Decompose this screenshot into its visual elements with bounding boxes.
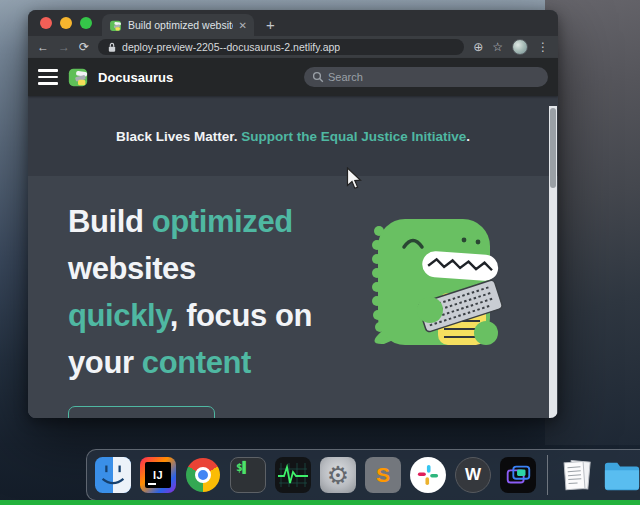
page-scrollbar[interactable] [549, 106, 557, 418]
zoom-window-button[interactable] [80, 17, 92, 29]
hero-title-segment: , focus on [170, 298, 312, 333]
site-title[interactable]: Docusaurus [98, 70, 173, 85]
docusaurus-favicon [109, 19, 122, 32]
profile-avatar[interactable] [512, 39, 528, 55]
tab-title: Build optimized websites quick [128, 19, 233, 31]
forward-icon: → [58, 41, 70, 53]
announcement-suffix: . [466, 129, 470, 144]
dock-icon-chrome[interactable] [184, 456, 222, 494]
close-window-button[interactable] [40, 17, 52, 29]
docusaurus-mascot-illustration [364, 212, 506, 350]
dock-icon-system-preferences[interactable]: ⚙ [319, 456, 357, 494]
dock-icon-downloads-folder[interactable] [603, 456, 640, 494]
mouse-cursor [346, 167, 362, 191]
bookmark-star-icon[interactable]: ☆ [492, 40, 503, 54]
window-controls [28, 10, 102, 36]
hero-title-segment: Build [68, 204, 152, 239]
wallpaper-cliff [545, 0, 640, 445]
hero-title-segment: your [68, 345, 142, 380]
dock: IJ$▌⚙SW [86, 449, 640, 501]
browser-toolbar: ← → ⟳ deploy-preview-2205--docusaurus-2.… [28, 36, 558, 58]
new-tab-button[interactable]: + [266, 16, 275, 33]
back-icon[interactable]: ← [37, 41, 49, 53]
address-bar[interactable]: deploy-preview-2205--docusaurus-2.netlif… [98, 39, 464, 55]
dock-icon-intellij-idea[interactable]: IJ [139, 456, 177, 494]
reload-icon[interactable]: ⟳ [79, 41, 89, 53]
browser-window: Build optimized websites quick ✕ + ← → ⟳… [28, 10, 558, 418]
hero-title-segment: content [142, 345, 251, 380]
desktop: Build optimized websites quick ✕ + ← → ⟳… [0, 0, 640, 505]
announcement-text: Black Lives Matter. [116, 129, 241, 144]
dock-icon-activity-monitor[interactable] [274, 456, 312, 494]
search-icon [312, 71, 324, 83]
get-started-button[interactable] [68, 406, 215, 418]
hero-title-segment: websites [68, 251, 196, 286]
hero-title-segment: quickly [68, 298, 170, 333]
url-text: deploy-preview-2205--docusaurus-2.netlif… [122, 41, 340, 53]
search-input[interactable] [304, 67, 548, 87]
page-content: Docusaurus Black Lives Matter. Support t… [28, 58, 558, 418]
dock-icon-slack[interactable] [409, 456, 447, 494]
site-navbar: Docusaurus [28, 58, 558, 96]
scrollbar-thumb[interactable] [550, 108, 556, 188]
announcement-link[interactable]: Support the Equal Justice Initiative [241, 129, 466, 144]
browser-menu-icon[interactable]: ⋮ [537, 40, 549, 54]
tab-close-icon[interactable]: ✕ [239, 20, 247, 31]
tab-strip: Build optimized websites quick ✕ + [28, 10, 558, 36]
extensions-icon[interactable]: ⊕ [473, 40, 483, 54]
hero-section: Build optimizedwebsitesquickly, focus on… [28, 176, 558, 418]
screen-recording-indicator-line [0, 500, 640, 505]
hero-title: Build optimizedwebsitesquickly, focus on… [68, 198, 373, 386]
dock-icon-documents-stack[interactable] [558, 456, 596, 494]
search-container [304, 67, 548, 87]
lock-icon [107, 42, 117, 53]
dock-icon-screens-app[interactable] [499, 456, 537, 494]
dock-divider [547, 455, 548, 495]
browser-tab[interactable]: Build optimized websites quick ✕ [102, 14, 254, 36]
hamburger-menu-icon[interactable] [38, 69, 58, 85]
dock-icon-workplace-chat[interactable]: W [454, 456, 492, 494]
docusaurus-logo[interactable] [67, 66, 89, 88]
hero-title-segment: optimized [152, 204, 293, 239]
dock-icon-sublime-text[interactable]: S [364, 456, 402, 494]
dock-icon-finder[interactable] [94, 456, 132, 494]
dock-icon-terminal[interactable]: $▌ [229, 456, 267, 494]
minimize-window-button[interactable] [60, 17, 72, 29]
announcement-bar: Black Lives Matter. Support the Equal Ju… [28, 96, 558, 176]
